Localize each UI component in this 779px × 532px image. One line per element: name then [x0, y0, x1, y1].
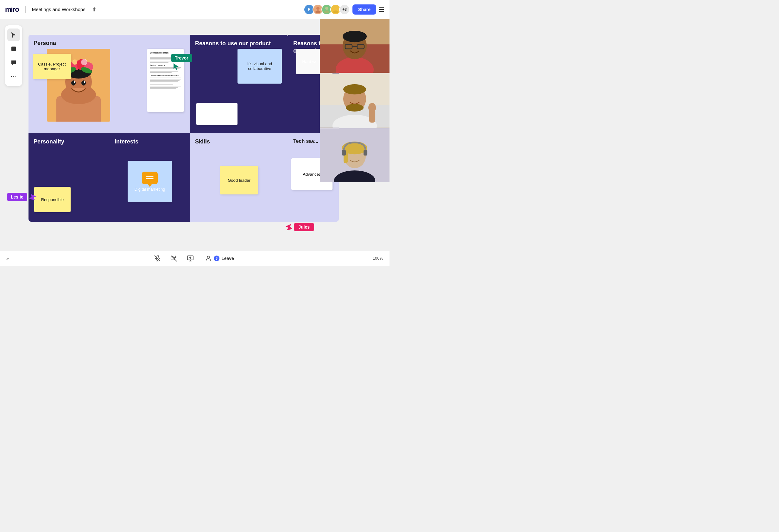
video-tile-2: [320, 73, 390, 127]
sticky-digital: Digital marketing: [128, 161, 172, 202]
leave-icon: [205, 255, 212, 262]
participants-badge: 3: [214, 255, 220, 261]
jules-arrow-icon: [286, 224, 293, 230]
svg-rect-28: [342, 150, 346, 156]
svg-point-20: [346, 104, 364, 112]
skills-title: Skills: [195, 138, 283, 145]
zoom-level: 100%: [373, 256, 383, 260]
personality-title: Personality: [34, 138, 105, 145]
trevor-label: Trevor: [171, 54, 192, 62]
svg-rect-6: [11, 47, 16, 51]
jules-cursor: Jules: [286, 223, 314, 231]
svg-point-19: [343, 84, 366, 95]
svg-point-41: [72, 60, 77, 65]
svg-point-45: [81, 80, 86, 85]
comment-tool[interactable]: [7, 56, 20, 69]
top-row: Persona: [28, 35, 339, 133]
interests-section: Interests Digital marketing: [110, 133, 190, 222]
avatar-plus: +3: [339, 4, 350, 15]
cursor-tool[interactable]: [7, 28, 20, 41]
svg-marker-50: [286, 224, 293, 230]
sticky-toolkit: Its toolkit: [196, 103, 238, 125]
svg-point-11: [343, 31, 367, 42]
header-right: F +3 Share ☰: [304, 4, 384, 15]
leslie-label: Leslie: [7, 193, 27, 201]
menu-icon-button[interactable]: ☰: [379, 6, 384, 13]
bottom-row: Personality Hard working Responsible Int…: [28, 133, 339, 222]
svg-point-47: [84, 81, 85, 83]
trevor-arrow-icon: [174, 63, 180, 70]
sticky-cassie: Cassie, Project manager: [33, 54, 71, 79]
video-tile-1: [320, 19, 390, 73]
board-title: Meetings and Workshops: [32, 7, 85, 12]
svg-point-22: [368, 103, 376, 113]
sticky-tool[interactable]: [7, 43, 20, 55]
svg-point-44: [71, 80, 76, 85]
reasons-title: Reasons to use our product: [195, 40, 283, 47]
persona-title: Persona: [34, 40, 185, 47]
sticky-visual: It's visual and collaborative: [238, 49, 282, 83]
skills-section: Skills Good leader: [190, 133, 288, 222]
svg-point-4: [334, 7, 337, 10]
collapse-sidebar-button[interactable]: »: [6, 256, 9, 261]
header-divider: [25, 6, 26, 13]
sticky-responsible: Responsible: [34, 187, 71, 212]
svg-point-1: [315, 10, 320, 13]
persona-section: Persona: [28, 35, 190, 133]
interests-title: Interests: [115, 138, 185, 145]
sticky-good-leader: Good leader: [220, 166, 258, 194]
miro-logo: miro: [5, 5, 19, 14]
svg-point-40: [81, 59, 87, 65]
sidebar: ···: [5, 25, 22, 86]
chat-icon: [142, 172, 158, 184]
video-panel: [320, 19, 390, 182]
trevor-cursor: Trevor: [171, 54, 192, 62]
board-area: Persona: [28, 35, 339, 222]
jules-label: Jules: [294, 223, 314, 231]
svg-point-3: [324, 10, 329, 13]
camera-button[interactable]: [168, 253, 180, 264]
reasons-section: Reasons to use our product It's visual a…: [190, 35, 288, 133]
avatar-group: F +3: [304, 4, 350, 15]
leave-button[interactable]: 3 Leave: [201, 253, 238, 264]
more-tools[interactable]: ···: [7, 70, 20, 83]
screen-share-button[interactable]: [185, 253, 196, 264]
header: miro Meetings and Workshops ⬆ F: [0, 0, 390, 19]
share-button[interactable]: Share: [352, 4, 376, 14]
personality-section: Personality Hard working Responsible: [28, 133, 110, 222]
svg-point-0: [316, 7, 319, 10]
upload-button[interactable]: ⬆: [92, 6, 97, 13]
bottom-toolbar: » 3 Leave 100%: [0, 250, 390, 266]
svg-point-5: [333, 10, 338, 13]
svg-marker-49: [29, 194, 36, 200]
svg-marker-48: [174, 63, 179, 70]
leslie-cursor: Leslie: [7, 193, 36, 201]
svg-point-57: [207, 256, 209, 258]
leave-label[interactable]: Leave: [221, 256, 234, 261]
video-tile-3: [320, 128, 390, 182]
svg-point-2: [325, 7, 328, 10]
svg-point-46: [74, 81, 75, 83]
leslie-arrow-icon: [29, 194, 36, 200]
mic-button[interactable]: [152, 253, 163, 264]
svg-rect-29: [364, 150, 367, 156]
